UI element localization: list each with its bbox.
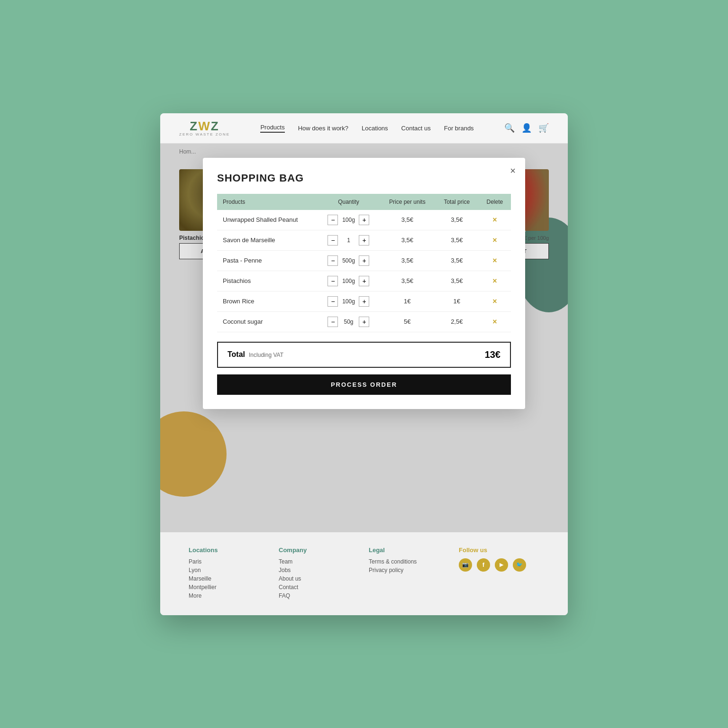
footer-link-jobs[interactable]: Jobs <box>279 567 359 573</box>
process-order-button[interactable]: PROCESS ORDER <box>217 374 511 395</box>
delete-cell: × <box>479 271 511 291</box>
site-header: ZWZ ZERO WASTE ZONE Products How does it… <box>160 113 568 144</box>
footer-link-about[interactable]: About us <box>279 575 359 582</box>
main-nav: Products How does it work? Locations Con… <box>260 124 473 133</box>
modal-title: SHOPPING BAG <box>217 172 511 184</box>
delete-item-button[interactable]: × <box>492 216 497 224</box>
product-name-cell: Unwrapped Shalled Peanut <box>217 210 318 230</box>
table-row: Unwrapped Shalled Peanut−100g+3,5€3,5€× <box>217 210 511 230</box>
quantity-decrease-button[interactable]: − <box>328 235 338 246</box>
quantity-value: 100g <box>340 298 357 305</box>
quantity-cell: −500g+ <box>318 250 379 271</box>
delete-item-button[interactable]: × <box>492 256 497 265</box>
footer-locations-title: Locations <box>189 546 269 554</box>
footer-social-title: Follow us <box>459 546 539 554</box>
quantity-decrease-button[interactable]: − <box>328 276 338 286</box>
user-icon[interactable]: 👤 <box>521 123 532 133</box>
cart-icon[interactable]: 🛒 <box>538 123 549 133</box>
footer-locations: Locations Paris Lyon Marseille Montpelli… <box>189 546 269 601</box>
quantity-increase-button[interactable]: + <box>359 215 369 225</box>
total-price-cell: 1€ <box>435 291 479 311</box>
price-per-unit-cell: 1€ <box>380 291 435 311</box>
total-vat: Including VAT <box>249 352 283 358</box>
product-name-cell: Pasta - Penne <box>217 250 318 271</box>
delete-item-button[interactable]: × <box>492 277 497 285</box>
quantity-value: 100g <box>340 278 357 284</box>
footer-link-paris[interactable]: Paris <box>189 558 269 565</box>
table-row: Pistachios−100g+3,5€3,5€× <box>217 271 511 291</box>
quantity-cell: −1+ <box>318 230 379 250</box>
table-row: Pasta - Penne−500g+3,5€3,5€× <box>217 250 511 271</box>
quantity-cell: −50g+ <box>318 311 379 332</box>
total-box: Total Including VAT 13€ <box>217 342 511 368</box>
footer-legal: Legal Terms & conditions Privacy policy <box>369 546 449 601</box>
facebook-icon[interactable]: f <box>477 558 490 572</box>
social-icons: 📷 f ▶ 🐦 <box>459 558 539 572</box>
nav-brands[interactable]: For brands <box>444 125 474 132</box>
quantity-increase-button[interactable]: + <box>359 276 369 286</box>
total-label: Total Including VAT <box>228 350 283 359</box>
quantity-decrease-button[interactable]: − <box>328 317 338 327</box>
delete-item-button[interactable]: × <box>492 236 497 245</box>
quantity-cell: −100g+ <box>318 271 379 291</box>
quantity-decrease-button[interactable]: − <box>328 296 338 307</box>
footer-legal-title: Legal <box>369 546 449 554</box>
footer-link-more[interactable]: More <box>189 592 269 599</box>
site-footer: Locations Paris Lyon Marseille Montpelli… <box>160 532 568 615</box>
product-name-cell: Coconut sugar <box>217 311 318 332</box>
delete-cell: × <box>479 291 511 311</box>
footer-link-lyon[interactable]: Lyon <box>189 567 269 573</box>
total-price-cell: 3,5€ <box>435 230 479 250</box>
quantity-increase-button[interactable]: + <box>359 296 369 307</box>
logo-zwz: ZWZ <box>190 120 219 132</box>
price-per-unit-cell: 5€ <box>380 311 435 332</box>
price-per-unit-cell: 3,5€ <box>380 210 435 230</box>
modal-close-button[interactable]: × <box>510 165 516 176</box>
footer-company-title: Company <box>279 546 359 554</box>
shopping-bag-modal: × SHOPPING BAG Products Quantity Price p… <box>203 158 525 409</box>
quantity-increase-button[interactable]: + <box>359 255 369 266</box>
search-icon[interactable]: 🔍 <box>504 123 515 133</box>
twitter-icon[interactable]: 🐦 <box>513 558 526 572</box>
instagram-icon[interactable]: 📷 <box>459 558 472 572</box>
footer-link-terms[interactable]: Terms & conditions <box>369 558 449 565</box>
quantity-increase-button[interactable]: + <box>359 235 369 246</box>
col-price-per: Price per units <box>380 194 435 210</box>
quantity-increase-button[interactable]: + <box>359 317 369 327</box>
nav-products[interactable]: Products <box>260 124 284 133</box>
total-price-cell: 3,5€ <box>435 210 479 230</box>
footer-link-team[interactable]: Team <box>279 558 359 565</box>
nav-contact[interactable]: Contact us <box>401 125 431 132</box>
table-row: Coconut sugar−50g+5€2,5€× <box>217 311 511 332</box>
logo-subtitle: ZERO WASTE ZONE <box>179 132 230 136</box>
quantity-decrease-button[interactable]: − <box>328 255 338 266</box>
quantity-value: 1 <box>340 237 357 244</box>
product-name-cell: Pistachios <box>217 271 318 291</box>
delete-item-button[interactable]: × <box>492 297 497 306</box>
quantity-decrease-button[interactable]: − <box>328 215 338 225</box>
total-price-cell: 3,5€ <box>435 250 479 271</box>
main-content: Hom... × SHOPPING BAG Products Quantity … <box>160 144 568 532</box>
delete-cell: × <box>479 311 511 332</box>
footer-link-montpellier[interactable]: Montpellier <box>189 584 269 591</box>
delete-item-button[interactable]: × <box>492 318 497 326</box>
quantity-cell: −100g+ <box>318 291 379 311</box>
price-per-unit-cell: 3,5€ <box>380 271 435 291</box>
delete-cell: × <box>479 250 511 271</box>
footer-link-marseille[interactable]: Marseille <box>189 575 269 582</box>
footer-social: Follow us 📷 f ▶ 🐦 <box>459 546 539 601</box>
quantity-value: 50g <box>340 318 357 325</box>
logo[interactable]: ZWZ ZERO WASTE ZONE <box>179 120 230 136</box>
nav-locations[interactable]: Locations <box>362 125 388 132</box>
modal-overlay: × SHOPPING BAG Products Quantity Price p… <box>160 144 568 532</box>
price-per-unit-cell: 3,5€ <box>380 230 435 250</box>
table-header-row: Products Quantity Price per units Total … <box>217 194 511 210</box>
delete-cell: × <box>479 210 511 230</box>
footer-link-privacy[interactable]: Privacy policy <box>369 567 449 573</box>
delete-cell: × <box>479 230 511 250</box>
footer-link-contact[interactable]: Contact <box>279 584 359 591</box>
youtube-icon[interactable]: ▶ <box>495 558 508 572</box>
nav-how[interactable]: How does it work? <box>298 125 348 132</box>
col-products: Products <box>217 194 318 210</box>
footer-link-faq[interactable]: FAQ <box>279 592 359 599</box>
